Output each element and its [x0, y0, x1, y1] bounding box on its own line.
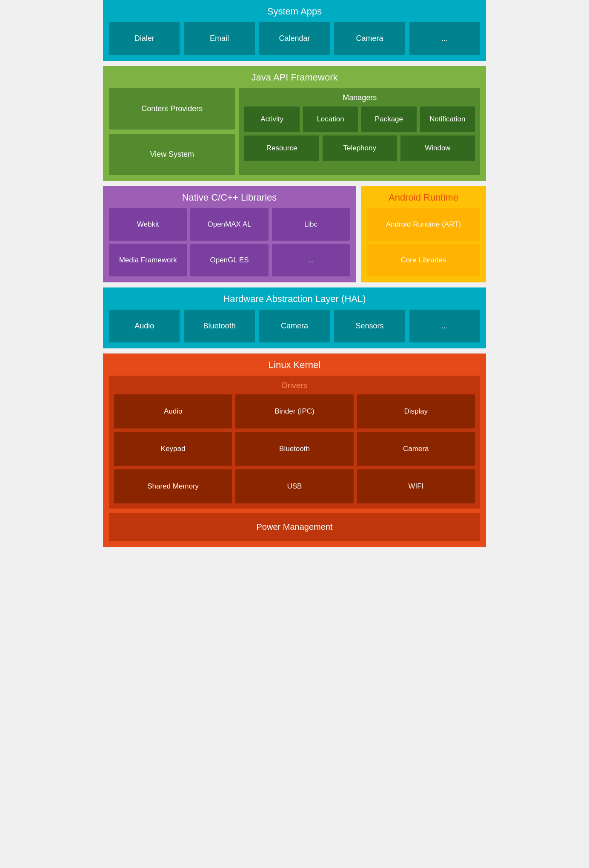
java-api-layer: Java API Framework Content Providers Vie…	[103, 66, 486, 181]
hal-more-box: ...	[409, 310, 480, 342]
window-box: Window	[400, 135, 475, 161]
hal-audio-box: Audio	[109, 310, 180, 342]
core-libraries-box: Core Libraries	[367, 244, 480, 276]
linux-kernel-layer: Linux Kernel Drivers Audio Binder (IPC) …	[103, 354, 486, 547]
camera-box: Camera	[334, 22, 405, 55]
hal-camera-box: Camera	[259, 310, 330, 342]
driver-display-box: Display	[357, 394, 475, 428]
native-libs-row2: Media Framework OpenGL ES ...	[109, 244, 350, 276]
notification-box: Notification	[420, 106, 475, 132]
opengl-box: OpenGL ES	[190, 244, 268, 276]
hal-boxes: Audio Bluetooth Camera Sensors ...	[109, 310, 480, 342]
view-system-box: View System	[109, 134, 235, 175]
power-management-box: Power Management	[109, 513, 480, 541]
native-libs-layer: Native C/C++ Libraries Webkit OpenMAX AL…	[103, 186, 356, 282]
native-libs-row1: Webkit OpenMAX AL Libc	[109, 208, 350, 241]
java-api-left: Content Providers View System	[109, 88, 235, 175]
managers-grid: Activity Location Package Notification R…	[244, 106, 475, 161]
native-runtime-row: Native C/C++ Libraries Webkit OpenMAX AL…	[103, 186, 486, 282]
android-runtime-title: Android Runtime	[367, 192, 480, 203]
telephony-box: Telephony	[323, 135, 397, 161]
hal-layer: Hardware Abstraction Layer (HAL) Audio B…	[103, 287, 486, 348]
hal-bluetooth-box: Bluetooth	[184, 310, 254, 342]
drivers-grid: Audio Binder (IPC) Display Keypad Blueto…	[114, 394, 475, 503]
driver-wifi-box: WIFI	[357, 469, 475, 503]
art-box: Android Runtime (ART)	[367, 208, 480, 241]
package-box: Package	[361, 106, 416, 132]
openmax-box: OpenMAX AL	[190, 208, 268, 241]
system-apps-boxes: Dialer Email Calendar Camera ...	[109, 22, 480, 55]
native-more-box: ...	[272, 244, 350, 276]
drivers-row2: Keypad Bluetooth Camera	[114, 432, 475, 466]
dialer-box: Dialer	[109, 22, 180, 55]
drivers-title: Drivers	[114, 381, 475, 390]
managers-title: Managers	[244, 93, 475, 102]
driver-usb-box: USB	[235, 469, 353, 503]
native-libs-grid: Webkit OpenMAX AL Libc Media Framework O…	[109, 208, 350, 276]
hal-sensors-box: Sensors	[334, 310, 405, 342]
managers-row2: Resource Telephony Window	[244, 135, 475, 161]
resource-box: Resource	[244, 135, 319, 161]
activity-box: Activity	[244, 106, 299, 132]
drivers-row1: Audio Binder (IPC) Display	[114, 394, 475, 428]
system-apps-title: System Apps	[109, 6, 480, 17]
location-box: Location	[303, 106, 358, 132]
drivers-row3: Shared Memory USB WIFI	[114, 469, 475, 503]
driver-binder-box: Binder (IPC)	[235, 394, 353, 428]
webkit-box: Webkit	[109, 208, 187, 241]
hal-title: Hardware Abstraction Layer (HAL)	[109, 293, 480, 305]
driver-keypad-box: Keypad	[114, 432, 232, 466]
managers-row1: Activity Location Package Notification	[244, 106, 475, 132]
java-api-title: Java API Framework	[109, 72, 480, 83]
driver-audio-box: Audio	[114, 394, 232, 428]
content-providers-box: Content Providers	[109, 88, 235, 129]
driver-camera-box: Camera	[357, 432, 475, 466]
more-box: ...	[409, 22, 480, 55]
system-apps-layer: System Apps Dialer Email Calendar Camera…	[103, 0, 486, 61]
android-runtime-layer: Android Runtime Android Runtime (ART) Co…	[361, 186, 486, 282]
media-framework-box: Media Framework	[109, 244, 187, 276]
drivers-section: Drivers Audio Binder (IPC) Display Keypa…	[109, 376, 480, 509]
email-box: Email	[184, 22, 254, 55]
native-libs-title: Native C/C++ Libraries	[109, 192, 350, 203]
libc-box: Libc	[272, 208, 350, 241]
driver-bluetooth-box: Bluetooth	[235, 432, 353, 466]
java-api-content: Content Providers View System Managers A…	[109, 88, 480, 175]
driver-shared-memory-box: Shared Memory	[114, 469, 232, 503]
managers-section: Managers Activity Location Package Notif…	[239, 88, 480, 175]
linux-kernel-title: Linux Kernel	[109, 359, 480, 371]
calendar-box: Calendar	[259, 22, 330, 55]
